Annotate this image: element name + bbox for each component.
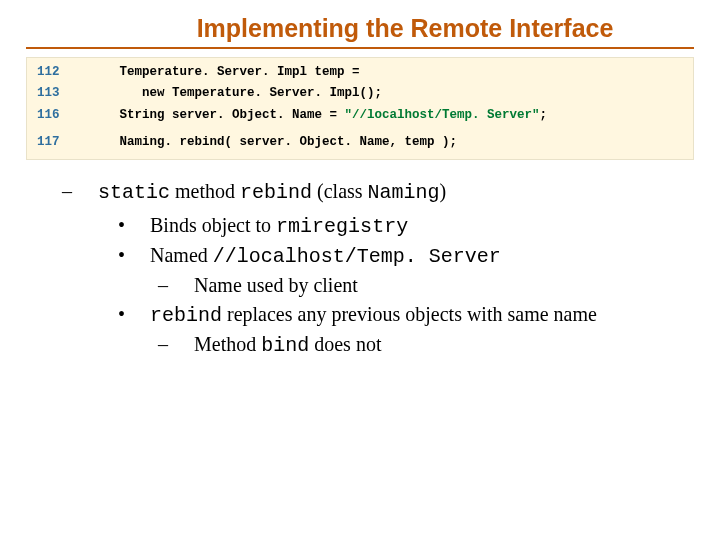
bullet-icon: •	[134, 301, 150, 328]
slide: Implementing the Remote Interface 112 Te…	[0, 0, 720, 540]
code-line: 112 Temperature. Server. Impl temp =	[37, 62, 683, 83]
text-fragment: (class	[312, 180, 368, 202]
line-number: 117	[37, 132, 97, 153]
code-line: 113 new Temperature. Server. Impl();	[37, 83, 683, 104]
bullet-level3: –Method bind does not	[176, 331, 694, 359]
bullet-level2: •rebind replaces any previous objects wi…	[134, 301, 694, 329]
inline-code: rebind	[150, 304, 222, 327]
line-number: 116	[37, 105, 97, 126]
bullet-level2: •Binds object to rmiregistry	[134, 212, 694, 240]
code-line: 116 String server. Object. Name = "//loc…	[37, 105, 683, 126]
code-text: Temperature. Server. Impl temp =	[97, 62, 683, 83]
dash-icon: –	[176, 272, 194, 299]
code-text: new Temperature. Server. Impl();	[97, 83, 683, 104]
text-fragment: does not	[309, 333, 381, 355]
text-fragment: Method	[194, 333, 261, 355]
text-fragment: )	[440, 180, 447, 202]
text-fragment: replaces any previous objects with same …	[222, 303, 597, 325]
title-underline	[26, 47, 694, 49]
line-number: 112	[37, 62, 97, 83]
code-text: String server. Object. Name = "//localho…	[97, 105, 683, 126]
inline-code: //localhost/Temp. Server	[213, 245, 501, 268]
line-number: 113	[37, 83, 97, 104]
text-fragment: method	[170, 180, 240, 202]
bullet-body: –static method rebind (class Naming) •Bi…	[26, 178, 694, 359]
dash-icon: –	[176, 331, 194, 358]
code-fragment: ;	[540, 108, 548, 122]
bullet-level2: •Named //localhost/Temp. Server	[134, 242, 694, 270]
inline-code: static	[98, 181, 170, 204]
inline-code: rebind	[240, 181, 312, 204]
bullet-icon: •	[134, 242, 150, 269]
inline-code: Naming	[368, 181, 440, 204]
dash-icon: –	[80, 178, 98, 205]
bullet-level1: –static method rebind (class Naming)	[80, 178, 694, 206]
inline-code: rmiregistry	[276, 215, 408, 238]
text-fragment: Name used by client	[194, 274, 358, 296]
bullet-icon: •	[134, 212, 150, 239]
text-fragment: Binds object to	[150, 214, 276, 236]
code-text: Naming. rebind( server. Object. Name, te…	[97, 132, 683, 153]
inline-code: bind	[261, 334, 309, 357]
text-fragment: Named	[150, 244, 213, 266]
string-literal: "//localhost/Temp. Server"	[345, 108, 540, 122]
code-line: 117 Naming. rebind( server. Object. Name…	[37, 132, 683, 153]
code-block: 112 Temperature. Server. Impl temp = 113…	[26, 57, 694, 160]
code-fragment: String server. Object. Name =	[97, 108, 345, 122]
page-title: Implementing the Remote Interface	[26, 14, 694, 43]
bullet-level3: –Name used by client	[176, 272, 694, 299]
